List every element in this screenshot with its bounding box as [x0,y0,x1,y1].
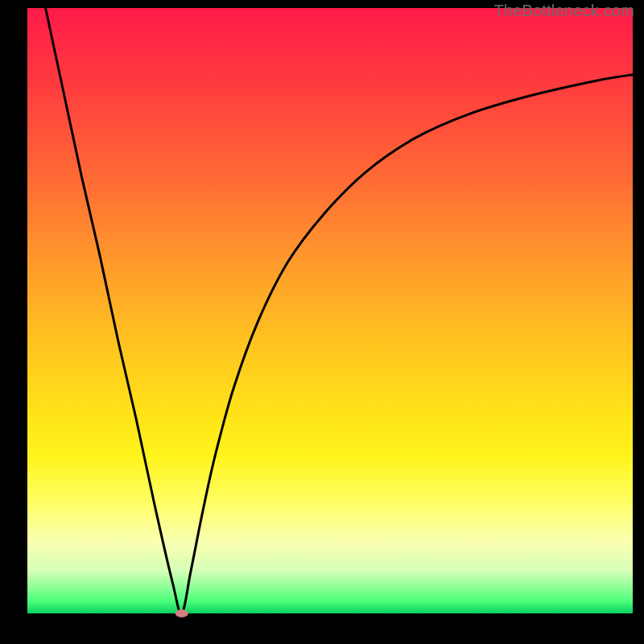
attribution-text: TheBottleneck.com [493,2,634,20]
chart-frame: TheBottleneck.com [0,0,644,644]
bottleneck-curve [46,8,633,613]
plot-area [27,8,633,613]
minimum-marker [175,609,188,617]
curve-layer [27,8,633,613]
